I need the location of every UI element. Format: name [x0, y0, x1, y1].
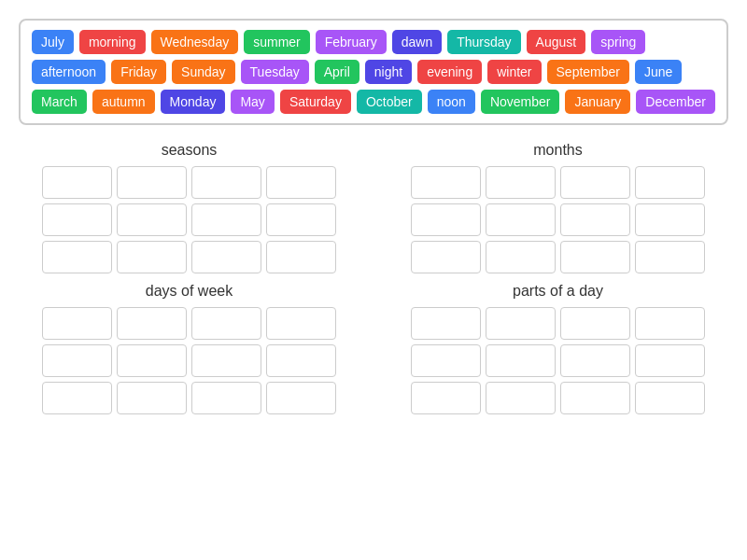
drop-cell[interactable] — [117, 203, 187, 236]
category-title-parts-of-day: parts of a day — [513, 283, 603, 300]
drop-cell[interactable] — [635, 241, 705, 273]
drop-cell[interactable] — [266, 166, 336, 199]
word-chip[interactable]: July — [32, 30, 74, 54]
drop-cell[interactable] — [411, 344, 481, 377]
word-chip[interactable]: September — [547, 60, 629, 84]
drop-cell[interactable] — [117, 241, 187, 273]
drop-grid-days-of-week — [42, 307, 336, 414]
word-bank: JulymorningWednesdaysummerFebruarydawnTh… — [19, 19, 728, 125]
drop-cell[interactable] — [191, 166, 261, 199]
word-chip[interactable]: January — [565, 90, 630, 114]
word-chip[interactable]: winter — [487, 60, 541, 84]
drop-cell[interactable] — [560, 241, 630, 273]
word-chip[interactable]: October — [357, 90, 422, 114]
word-chip[interactable]: December — [636, 90, 715, 114]
word-chip[interactable]: Friday — [111, 60, 166, 84]
drop-cell[interactable] — [560, 166, 630, 199]
drop-cell[interactable] — [191, 241, 261, 273]
drop-cell[interactable] — [486, 241, 556, 273]
drop-cell[interactable] — [411, 382, 481, 414]
categories-container: seasonsmonthsdays of weekparts of a day — [19, 142, 728, 414]
word-chip[interactable]: night — [365, 60, 412, 84]
drop-cell[interactable] — [266, 203, 336, 236]
word-chip[interactable]: April — [315, 60, 359, 84]
drop-grid-parts-of-day — [411, 307, 705, 414]
drop-cell[interactable] — [560, 203, 630, 236]
drop-cell[interactable] — [560, 382, 630, 414]
drop-cell[interactable] — [560, 344, 630, 377]
drop-cell[interactable] — [560, 307, 630, 340]
word-chip[interactable]: afternoon — [32, 60, 106, 84]
word-chip[interactable]: noon — [428, 90, 475, 114]
drop-cell[interactable] — [191, 307, 261, 340]
word-chip[interactable]: Monday — [161, 90, 226, 114]
drop-cell[interactable] — [266, 344, 336, 377]
drop-cell[interactable] — [42, 166, 112, 199]
word-chip[interactable]: June — [635, 60, 682, 84]
word-chip[interactable]: morning — [79, 30, 146, 54]
word-chip[interactable]: March — [32, 90, 87, 114]
drop-cell[interactable] — [117, 166, 187, 199]
category-title-months: months — [533, 142, 582, 159]
drop-cell[interactable] — [486, 203, 556, 236]
drop-cell[interactable] — [266, 382, 336, 414]
category-days-of-week: days of week — [19, 283, 359, 414]
drop-cell[interactable] — [635, 382, 705, 414]
drop-cell[interactable] — [266, 241, 336, 273]
category-parts-of-day: parts of a day — [388, 283, 728, 414]
drop-cell[interactable] — [117, 307, 187, 340]
drop-cell[interactable] — [486, 166, 556, 199]
word-chip[interactable]: Tuesday — [241, 60, 309, 84]
drop-cell[interactable] — [42, 241, 112, 273]
drop-cell[interactable] — [635, 203, 705, 236]
drop-cell[interactable] — [635, 307, 705, 340]
drop-cell[interactable] — [191, 203, 261, 236]
word-chip[interactable]: evening — [417, 60, 482, 84]
drop-cell[interactable] — [266, 307, 336, 340]
drop-cell[interactable] — [411, 241, 481, 273]
word-chip[interactable]: May — [231, 90, 274, 114]
drop-cell[interactable] — [486, 344, 556, 377]
word-chip[interactable]: autumn — [92, 90, 155, 114]
word-chip[interactable]: Sunday — [172, 60, 234, 84]
category-title-days-of-week: days of week — [146, 283, 233, 300]
drop-cell[interactable] — [117, 382, 187, 414]
word-chip[interactable]: summer — [244, 30, 310, 54]
word-chip[interactable]: spring — [591, 30, 645, 54]
drop-grid-months — [411, 166, 705, 273]
drop-cell[interactable] — [117, 344, 187, 377]
word-chip[interactable]: Saturday — [280, 90, 351, 114]
drop-cell[interactable] — [411, 203, 481, 236]
drop-cell[interactable] — [42, 344, 112, 377]
drop-cell[interactable] — [635, 166, 705, 199]
word-chip[interactable]: November — [481, 90, 560, 114]
drop-cell[interactable] — [486, 382, 556, 414]
word-chip[interactable]: February — [316, 30, 387, 54]
drop-cell[interactable] — [635, 344, 705, 377]
word-chip[interactable]: Thursday — [447, 30, 520, 54]
drop-cell[interactable] — [191, 344, 261, 377]
word-chip[interactable]: Wednesday — [151, 30, 239, 54]
drop-cell[interactable] — [486, 307, 556, 340]
drop-cell[interactable] — [411, 166, 481, 199]
drop-cell[interactable] — [42, 382, 112, 414]
category-seasons: seasons — [19, 142, 359, 273]
drop-cell[interactable] — [42, 203, 112, 236]
drop-grid-seasons — [42, 166, 336, 273]
word-chip[interactable]: dawn — [392, 30, 442, 54]
word-chip[interactable]: August — [527, 30, 586, 54]
drop-cell[interactable] — [411, 307, 481, 340]
category-title-seasons: seasons — [162, 142, 218, 159]
category-months: months — [388, 142, 728, 273]
drop-cell[interactable] — [191, 382, 261, 414]
drop-cell[interactable] — [42, 307, 112, 340]
